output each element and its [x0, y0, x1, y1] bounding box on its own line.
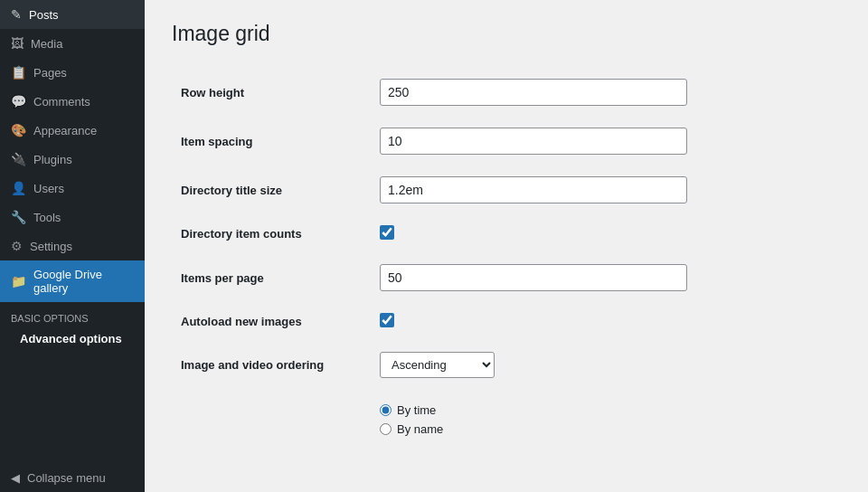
item-spacing-input[interactable]: [380, 128, 687, 155]
items-per-page-label: Items per page: [172, 253, 371, 302]
ordering-select[interactable]: Ascending Descending: [380, 352, 495, 378]
autoload-checkbox[interactable]: [380, 313, 394, 327]
sidebar-item-pages[interactable]: 📋 Pages: [0, 58, 145, 87]
directory-item-counts-checkbox[interactable]: [380, 225, 394, 240]
ordering-row: Image and video ordering Ascending Desce…: [172, 341, 841, 389]
sidebar-item-comments[interactable]: 💬 Comments: [0, 87, 145, 116]
sidebar-item-settings[interactable]: ⚙ Settings: [0, 232, 145, 260]
sidebar-item-google-drive-gallery[interactable]: 📁 Google Drive gallery: [0, 260, 145, 302]
main-content: Image grid Row height Item spacing Direc…: [145, 0, 868, 492]
plugins-icon: 🔌: [11, 152, 26, 166]
users-icon: 👤: [11, 181, 26, 195]
ordering-type-radio-group: By time By name: [380, 403, 832, 436]
sidebar-item-tools[interactable]: 🔧 Tools: [0, 203, 145, 232]
comments-icon: 💬: [11, 94, 26, 109]
advanced-options-link[interactable]: Advanced options: [0, 327, 145, 350]
posts-icon: ✎: [11, 7, 22, 22]
directory-title-size-row: Directory title size: [172, 166, 841, 214]
pages-icon: 📋: [11, 65, 26, 80]
autoload-label: Autoload new images: [172, 302, 371, 341]
radio-by-time[interactable]: [380, 404, 392, 416]
directory-title-size-input[interactable]: [380, 176, 687, 203]
radio-by-name[interactable]: [380, 423, 392, 435]
appearance-icon: 🎨: [11, 123, 26, 137]
collapse-menu-button[interactable]: ◀ Collapse menu: [0, 464, 145, 492]
tools-icon: 🔧: [11, 210, 26, 224]
items-per-page-input[interactable]: [380, 264, 687, 291]
sidebar-item-plugins[interactable]: 🔌 Plugins: [0, 145, 145, 174]
ordering-label: Image and video ordering: [172, 341, 371, 389]
row-height-row: Row height: [172, 68, 841, 117]
directory-item-counts-label: Directory item counts: [172, 214, 371, 253]
sidebar-item-media[interactable]: 🖼 Media: [0, 29, 145, 58]
directory-title-size-label: Directory title size: [172, 166, 371, 214]
row-height-label: Row height: [172, 68, 371, 117]
radio-by-time-label[interactable]: By time: [380, 403, 832, 417]
radio-by-name-label[interactable]: By name: [380, 422, 832, 436]
settings-form: Row height Item spacing Directory title …: [172, 68, 841, 447]
page-title: Image grid: [172, 22, 841, 46]
row-height-input[interactable]: [380, 79, 687, 106]
autoload-row: Autoload new images: [172, 302, 841, 341]
sidebar-item-appearance[interactable]: 🎨 Appearance: [0, 116, 145, 145]
item-spacing-label: Item spacing: [172, 117, 371, 166]
google-drive-icon: 📁: [11, 274, 26, 289]
settings-icon: ⚙: [11, 239, 23, 253]
sidebar: ✎ Posts 🖼 Media 📋 Pages 💬 Comments 🎨 App…: [0, 0, 145, 492]
items-per-page-row: Items per page: [172, 253, 841, 302]
directory-item-counts-row: Directory item counts: [172, 214, 841, 253]
ordering-type-row: By time By name: [172, 389, 841, 447]
media-icon: 🖼: [11, 36, 24, 51]
basic-options-label: Basic options: [0, 302, 145, 327]
sidebar-item-posts[interactable]: ✎ Posts: [0, 0, 145, 29]
sidebar-item-users[interactable]: 👤 Users: [0, 174, 145, 203]
collapse-icon: ◀: [11, 471, 20, 485]
item-spacing-row: Item spacing: [172, 117, 841, 166]
